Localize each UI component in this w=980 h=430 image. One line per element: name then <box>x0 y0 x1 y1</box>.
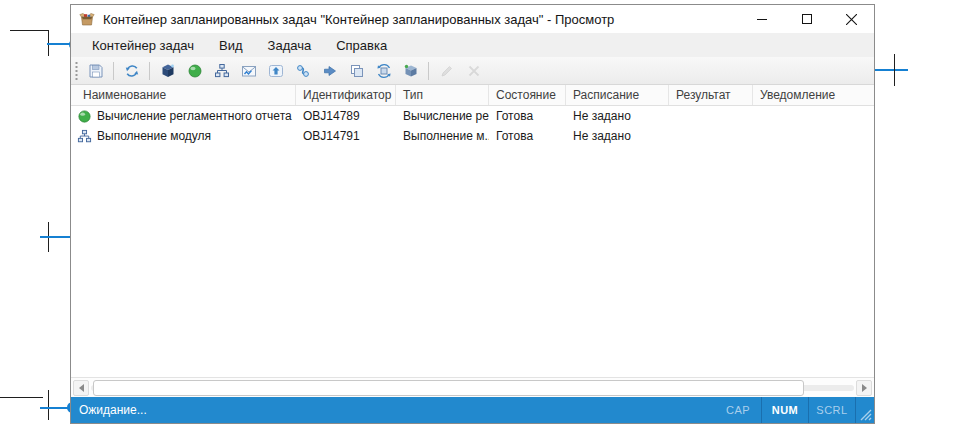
window-title: Контейнер запланированных задач "Контейн… <box>103 12 739 27</box>
toolbar-separator <box>113 62 114 80</box>
table-row[interactable]: Вычисление регламентного отчета OBJ14789… <box>71 106 874 126</box>
toolbar <box>71 57 874 85</box>
minimize-icon <box>757 14 767 24</box>
list-empty-area[interactable] <box>71 146 874 377</box>
container-icon <box>160 63 176 79</box>
horizontal-scrollbar <box>71 377 874 397</box>
scroll-left-icon <box>79 384 84 392</box>
copy-window-button[interactable] <box>343 59 370 83</box>
menu-task[interactable]: Задача <box>257 35 323 56</box>
scroll-left-button[interactable] <box>73 380 89 396</box>
callout-menubar-leader <box>47 43 70 45</box>
edit-icon <box>439 63 455 79</box>
status-bar: Ожидание... CAP NUM SCRL <box>71 397 874 423</box>
maximize-button[interactable] <box>784 5 829 33</box>
column-header-name[interactable]: Наименование <box>71 85 296 105</box>
module-icon <box>214 63 230 79</box>
links-button[interactable] <box>289 59 316 83</box>
scroll-right-icon <box>862 384 867 392</box>
callout-toolbar-line-v <box>894 54 895 86</box>
refresh-icon <box>124 63 140 79</box>
column-header-schedule[interactable]: Расписание <box>566 85 669 105</box>
scrollbar-track[interactable] <box>91 380 854 396</box>
close-button[interactable] <box>829 5 874 33</box>
module-icon <box>77 129 92 144</box>
resize-grip-icon <box>860 409 872 421</box>
menu-bar: Контейнер задач Вид Задача Справка <box>71 33 874 57</box>
column-header-notification[interactable]: Уведомление <box>753 85 874 105</box>
resize-grip[interactable] <box>856 397 874 423</box>
toolbar-separator <box>149 62 150 80</box>
caps-lock-indicator: CAP <box>715 404 761 416</box>
close-icon <box>846 14 857 25</box>
task-name: Выполнение модуля <box>97 129 211 143</box>
delete-button[interactable] <box>460 59 487 83</box>
scrollbar-thumb[interactable] <box>93 380 804 396</box>
callout-statusbar-line-h <box>0 397 43 398</box>
links-icon <box>295 63 311 79</box>
column-header-state[interactable]: Состояние <box>489 85 566 105</box>
status-text: Ожидание... <box>71 403 715 417</box>
minimize-button[interactable] <box>739 5 784 33</box>
maximize-icon <box>802 14 812 24</box>
module-button[interactable] <box>208 59 235 83</box>
menu-help[interactable]: Справка <box>325 35 398 56</box>
scroll-right-button[interactable] <box>856 380 872 396</box>
task-state: Готова <box>489 109 566 123</box>
export-icon <box>268 63 284 79</box>
toolbar-grip[interactable] <box>74 62 79 80</box>
package-button[interactable] <box>397 59 424 83</box>
column-header-identifier[interactable]: Идентификатор <box>296 85 396 105</box>
copy-window-icon <box>349 63 365 79</box>
delete-icon <box>466 63 482 79</box>
report-mail-icon <box>241 63 257 79</box>
refresh-button[interactable] <box>118 59 145 83</box>
menu-task-container[interactable]: Контейнер задач <box>81 35 205 56</box>
column-header-result[interactable]: Результат <box>669 85 753 105</box>
menu-view[interactable]: Вид <box>208 35 254 56</box>
edit-button[interactable] <box>433 59 460 83</box>
callout-statusbar-leader <box>40 407 68 409</box>
task-schedule: Не задано <box>566 109 669 123</box>
callout-statusbar-line-v <box>48 390 49 420</box>
callout-menubar-line-h <box>10 30 48 31</box>
container-button[interactable] <box>154 59 181 83</box>
export-button[interactable] <box>262 59 289 83</box>
start-button[interactable] <box>181 59 208 83</box>
start-sphere-icon <box>187 63 203 79</box>
title-bar[interactable]: Контейнер запланированных задач "Контейн… <box>71 5 874 33</box>
num-lock-indicator: NUM <box>762 404 808 416</box>
task-type: Выполнение м... <box>396 129 489 143</box>
table-row[interactable]: Выполнение модуля OBJ14791 Выполнение м.… <box>71 126 874 146</box>
task-identifier: OBJ14789 <box>296 109 396 123</box>
task-identifier: OBJ14791 <box>296 129 396 143</box>
sync-icon <box>376 63 392 79</box>
task-state: Готова <box>489 129 566 143</box>
save-icon <box>88 63 104 79</box>
report-button[interactable] <box>235 59 262 83</box>
column-header-type[interactable]: Тип <box>396 85 489 105</box>
open-box-icon <box>79 11 95 27</box>
table-header: Наименование Идентификатор Тип Состояние… <box>71 85 874 106</box>
save-button[interactable] <box>82 59 109 83</box>
callout-toolbar-leader <box>871 69 908 71</box>
scroll-lock-indicator: SCRL <box>809 404 855 416</box>
callout-workspace-leader <box>40 236 70 238</box>
package-icon <box>403 63 419 79</box>
green-sphere-icon <box>77 109 92 124</box>
task-name: Вычисление регламентного отчета <box>97 109 292 123</box>
run-icon <box>322 63 338 79</box>
task-schedule: Не задано <box>566 129 669 143</box>
task-type: Вычисление ре... <box>396 109 489 123</box>
run-button[interactable] <box>316 59 343 83</box>
app-window: Контейнер запланированных задач "Контейн… <box>70 4 875 424</box>
sync-button[interactable] <box>370 59 397 83</box>
toolbar-separator <box>428 62 429 80</box>
